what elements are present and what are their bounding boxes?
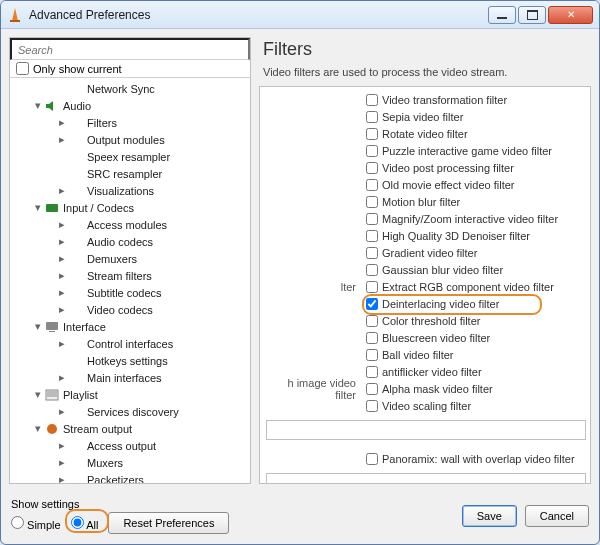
svg-rect-3 xyxy=(46,322,58,330)
tree-twisty-icon: ▸ xyxy=(56,371,68,384)
tree-item-video-codecs[interactable]: ▸Video codecs xyxy=(10,301,250,318)
tree-item-playlist[interactable]: ▾Playlist xyxy=(10,386,250,403)
page-title: Filters xyxy=(259,37,591,66)
filter-row[interactable]: Gradient video filter xyxy=(266,244,586,261)
search-input[interactable] xyxy=(10,38,250,60)
tree-category-icon xyxy=(68,167,84,181)
filter-label: Alpha mask video filter xyxy=(382,383,493,395)
preferences-window: Advanced Preferences Only show current N… xyxy=(0,0,600,545)
filter-checkbox[interactable] xyxy=(366,111,378,123)
tree-item-input-codecs[interactable]: ▾Input / Codecs xyxy=(10,199,250,216)
minimize-button[interactable] xyxy=(488,6,516,24)
tree-item-audio-codecs[interactable]: ▸Audio codecs xyxy=(10,233,250,250)
filter-checkbox[interactable] xyxy=(366,298,378,310)
tree-item-stream-filters[interactable]: ▸Stream filters xyxy=(10,267,250,284)
tree-item-speex-resampler[interactable]: Speex resampler xyxy=(10,148,250,165)
save-button[interactable]: Save xyxy=(462,505,517,527)
only-show-current-checkbox[interactable] xyxy=(16,62,29,75)
panoramix-checkbox[interactable] xyxy=(366,453,378,465)
tree-item-main-interfaces[interactable]: ▸Main interfaces xyxy=(10,369,250,386)
tree-item-label: SRC resampler xyxy=(87,168,162,180)
tree-category-icon xyxy=(68,82,84,96)
radio-all[interactable]: All xyxy=(71,516,99,531)
filter-row[interactable]: Magnify/Zoom interactive video filter xyxy=(266,210,586,227)
filter-checkbox[interactable] xyxy=(366,400,378,412)
only-show-current-row[interactable]: Only show current xyxy=(10,60,250,78)
tree-category-icon xyxy=(68,354,84,368)
filter-checkbox[interactable] xyxy=(366,315,378,327)
tree-category-icon xyxy=(68,286,84,300)
cancel-button[interactable]: Cancel xyxy=(525,505,589,527)
filter-checkbox[interactable] xyxy=(366,213,378,225)
tree-item-audio[interactable]: ▾Audio xyxy=(10,97,250,114)
tree-item-control-interfaces[interactable]: ▸Control interfaces xyxy=(10,335,250,352)
tree-item-access-output[interactable]: ▸Access output xyxy=(10,437,250,454)
tree-item-demuxers[interactable]: ▸Demuxers xyxy=(10,250,250,267)
filter-row[interactable]: Video transformation filter xyxy=(266,91,586,108)
footer: Show settings Simple All Reset Preferenc… xyxy=(1,492,599,544)
tree-item-output-modules[interactable]: ▸Output modules xyxy=(10,131,250,148)
filter-row[interactable]: Rotate video filter xyxy=(266,125,586,142)
filter-checkbox[interactable] xyxy=(366,230,378,242)
tree-category-icon xyxy=(44,320,60,334)
filter-text-field[interactable] xyxy=(266,420,586,440)
radio-simple[interactable]: Simple xyxy=(11,516,61,531)
filter-checkbox[interactable] xyxy=(366,196,378,208)
tree-item-src-resampler[interactable]: SRC resampler xyxy=(10,165,250,182)
filter-text-field-2[interactable] xyxy=(266,473,586,484)
tree-item-label: Visualizations xyxy=(87,185,154,197)
filter-row[interactable]: Bluescreen video filter xyxy=(266,329,586,346)
category-tree[interactable]: Network Sync▾Audio▸Filters▸Output module… xyxy=(10,78,250,483)
tree-item-label: Video codecs xyxy=(87,304,153,316)
filter-checkbox[interactable] xyxy=(366,281,378,293)
tree-item-label: Stream filters xyxy=(87,270,152,282)
tree-item-services-discovery[interactable]: ▸Services discovery xyxy=(10,403,250,420)
close-button[interactable] xyxy=(548,6,593,24)
tree-item-network-sync[interactable]: Network Sync xyxy=(10,80,250,97)
filter-checkbox[interactable] xyxy=(366,264,378,276)
filter-checkbox[interactable] xyxy=(366,94,378,106)
tree-item-interface[interactable]: ▾Interface xyxy=(10,318,250,335)
filter-checkbox[interactable] xyxy=(366,247,378,259)
tree-item-visualizations[interactable]: ▸Visualizations xyxy=(10,182,250,199)
filter-checkbox[interactable] xyxy=(366,128,378,140)
tree-item-packetizers[interactable]: ▸Packetizers xyxy=(10,471,250,483)
filter-row[interactable]: h image video filterAlpha mask video fil… xyxy=(266,380,586,397)
tree-item-hotkeys-settings[interactable]: Hotkeys settings xyxy=(10,352,250,369)
tree-item-label: Muxers xyxy=(87,457,123,469)
filter-row[interactable]: Video post processing filter xyxy=(266,159,586,176)
filter-checkbox[interactable] xyxy=(366,162,378,174)
filter-row[interactable]: Motion blur filter xyxy=(266,193,586,210)
filter-row[interactable]: Old movie effect video filter xyxy=(266,176,586,193)
filter-row[interactable]: Color threshold filter xyxy=(266,312,586,329)
filter-checkbox[interactable] xyxy=(366,145,378,157)
filter-row[interactable]: Deinterlacing video filter xyxy=(266,295,586,312)
maximize-button[interactable] xyxy=(518,6,546,24)
filter-row[interactable]: Sepia video filter xyxy=(266,108,586,125)
tree-category-icon xyxy=(68,269,84,283)
panoramix-row[interactable]: Panoramix: wall with overlap video filte… xyxy=(266,450,586,467)
filter-row[interactable]: lterExtract RGB component video filter xyxy=(266,278,586,295)
filter-row[interactable]: High Quality 3D Denoiser filter xyxy=(266,227,586,244)
filter-checkbox[interactable] xyxy=(366,383,378,395)
tree-item-filters[interactable]: ▸Filters xyxy=(10,114,250,131)
filter-checkbox[interactable] xyxy=(366,179,378,191)
filter-checkbox[interactable] xyxy=(366,366,378,378)
filter-checkbox[interactable] xyxy=(366,349,378,361)
tree-item-stream-output[interactable]: ▾Stream output xyxy=(10,420,250,437)
tree-item-subtitle-codecs[interactable]: ▸Subtitle codecs xyxy=(10,284,250,301)
reset-preferences-button[interactable]: Reset Preferences xyxy=(108,512,229,534)
filter-row[interactable]: Ball video filter xyxy=(266,346,586,363)
filters-list[interactable]: Video transformation filterSepia video f… xyxy=(259,86,591,484)
tree-category-icon xyxy=(68,303,84,317)
filter-checkbox[interactable] xyxy=(366,332,378,344)
filter-row[interactable]: Gaussian blur video filter xyxy=(266,261,586,278)
tree-item-label: Speex resampler xyxy=(87,151,170,163)
show-settings-label: Show settings xyxy=(11,498,229,510)
tree-item-access-modules[interactable]: ▸Access modules xyxy=(10,216,250,233)
tree-item-muxers[interactable]: ▸Muxers xyxy=(10,454,250,471)
tree-item-label: Subtitle codecs xyxy=(87,287,162,299)
filter-label: High Quality 3D Denoiser filter xyxy=(382,230,530,242)
tree-category-icon xyxy=(44,201,60,215)
filter-row[interactable]: Puzzle interactive game video filter xyxy=(266,142,586,159)
